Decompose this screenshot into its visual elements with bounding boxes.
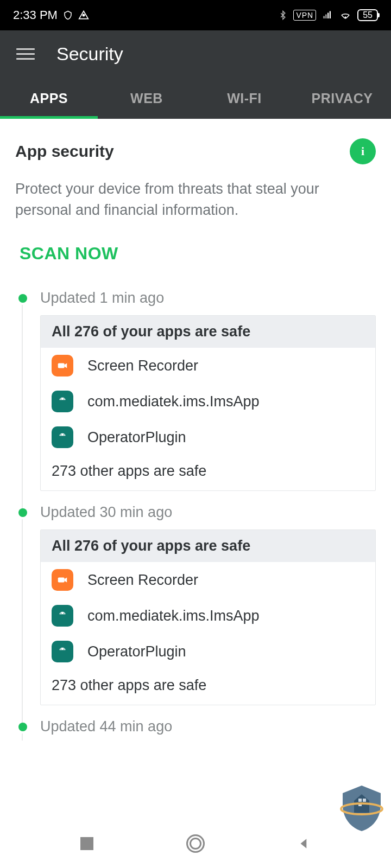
svg-rect-3: [327, 13, 329, 19]
timeline-item: Updated 30 min ago All 276 of your apps …: [18, 504, 376, 718]
app-row[interactable]: com.mediatek.ims.ImsApp: [41, 598, 375, 634]
app-row[interactable]: Screen Recorder: [41, 562, 375, 598]
app-name: Screen Recorder: [87, 572, 198, 589]
svg-rect-2: [325, 15, 326, 19]
status-time: 2:33 PM: [13, 8, 58, 22]
svg-rect-16: [358, 799, 362, 802]
app-name: OperatorPlugin: [87, 429, 186, 446]
svg-point-14: [60, 649, 61, 650]
android-app-icon: [52, 391, 73, 412]
svg-point-9: [60, 435, 61, 436]
battery-indicator: 55: [357, 9, 378, 21]
content-area[interactable]: App security i Protect your device from …: [0, 119, 391, 799]
section-description: Protect your device from threats that st…: [15, 178, 376, 221]
triangle-alert-icon: [78, 10, 89, 21]
svg-point-0: [83, 14, 84, 16]
home-shield-button[interactable]: [335, 779, 389, 833]
card-title: All 276 of your apps are safe: [41, 530, 375, 562]
wifi-icon: [339, 10, 352, 20]
svg-rect-6: [58, 363, 65, 368]
app-row[interactable]: com.mediatek.ims.ImsApp: [41, 384, 375, 419]
card-title: All 276 of your apps are safe: [41, 316, 375, 348]
card-summary: 273 other apps are safe: [41, 455, 375, 490]
scan-now-button[interactable]: SCAN NOW: [20, 244, 118, 264]
home-button[interactable]: [186, 834, 205, 853]
app-header: Security APPS WEB WI-FI PRIVACY: [0, 30, 391, 119]
timeline: Updated 1 min ago All 276 of your apps a…: [15, 290, 376, 735]
bluetooth-icon: [278, 9, 288, 21]
app-row[interactable]: OperatorPlugin: [41, 419, 375, 455]
app-name: OperatorPlugin: [87, 643, 186, 660]
timeline-item: Updated 44 min ago: [18, 718, 376, 735]
update-time: Updated 30 min ago: [40, 504, 376, 521]
card-summary: 273 other apps are safe: [41, 669, 375, 705]
update-time: Updated 1 min ago: [40, 290, 376, 307]
page-title: Security: [56, 43, 123, 65]
timeline-dot-icon: [18, 723, 27, 731]
svg-point-15: [64, 649, 65, 650]
svg-point-5: [345, 16, 346, 18]
back-button[interactable]: [294, 834, 314, 853]
app-row[interactable]: Screen Recorder: [41, 348, 375, 384]
svg-rect-11: [58, 578, 65, 583]
app-name: com.mediatek.ims.ImsApp: [87, 608, 260, 624]
android-app-icon: [52, 426, 73, 448]
svg-rect-1: [324, 16, 325, 19]
svg-rect-17: [363, 799, 366, 802]
tab-web[interactable]: WEB: [98, 81, 195, 119]
app-name: com.mediatek.ims.ImsApp: [87, 393, 260, 410]
tab-bar: APPS WEB WI-FI PRIVACY: [0, 81, 391, 119]
menu-button[interactable]: [16, 48, 35, 60]
timeline-dot-icon: [18, 508, 27, 517]
scan-result-card[interactable]: All 276 of your apps are safe Screen Rec…: [40, 315, 376, 491]
section-title: App security: [15, 142, 114, 161]
shield-small-icon: [63, 10, 73, 20]
screen-recorder-icon: [52, 569, 73, 591]
tab-apps[interactable]: APPS: [0, 81, 98, 119]
timeline-item: Updated 1 min ago All 276 of your apps a…: [18, 290, 376, 504]
app-row[interactable]: OperatorPlugin: [41, 634, 375, 669]
timeline-dot-icon: [18, 294, 27, 303]
svg-rect-4: [330, 11, 331, 19]
tab-privacy[interactable]: PRIVACY: [293, 81, 391, 119]
android-app-icon: [52, 641, 73, 662]
android-app-icon: [52, 605, 73, 627]
svg-point-12: [60, 613, 61, 614]
update-time: Updated 44 min ago: [40, 718, 376, 735]
scan-result-card[interactable]: All 276 of your apps are safe Screen Rec…: [40, 529, 376, 705]
tab-wifi[interactable]: WI-FI: [195, 81, 293, 119]
app-name: Screen Recorder: [87, 358, 198, 374]
info-button[interactable]: i: [350, 138, 376, 164]
status-bar: 2:33 PM VPN 55: [0, 0, 391, 30]
screen-recorder-icon: [52, 355, 73, 376]
system-nav-bar: [0, 819, 391, 868]
recent-apps-button[interactable]: [77, 834, 97, 853]
svg-point-13: [64, 613, 65, 614]
vpn-indicator: VPN: [293, 10, 316, 21]
svg-point-8: [64, 399, 65, 400]
svg-point-10: [64, 435, 65, 436]
signal-icon: [321, 10, 333, 20]
svg-point-7: [60, 399, 61, 400]
